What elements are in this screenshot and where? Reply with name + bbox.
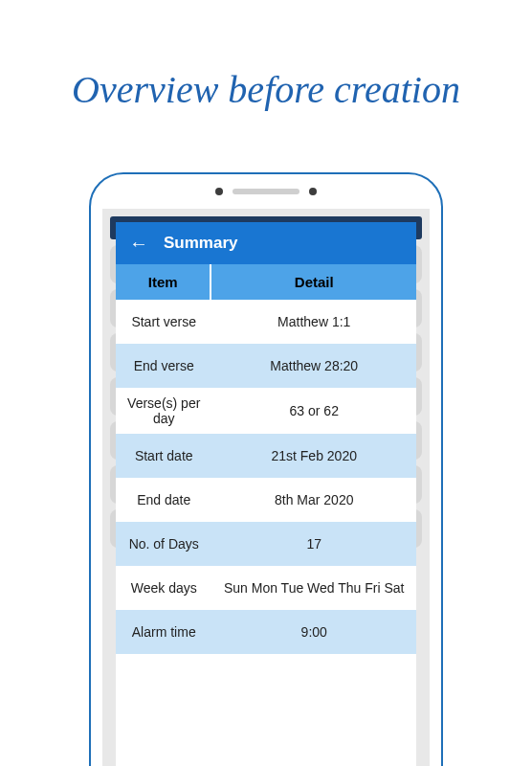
table-row: Alarm time 9:00 — [116, 610, 416, 654]
app-bar: ← Summary — [116, 222, 416, 264]
row-item-label: End verse — [116, 344, 211, 388]
table-row: Week days Sun Mon Tue Wed Thu Fri Sat — [116, 566, 416, 610]
row-item-label: Week days — [116, 566, 211, 610]
sensor-dot-icon — [309, 188, 317, 195]
row-item-label: Alarm time — [116, 610, 211, 654]
row-item-label: Start verse — [116, 300, 211, 344]
table-row: No. of Days 17 — [116, 522, 416, 566]
table-row: End date 8th Mar 2020 — [116, 478, 416, 522]
speaker-icon — [233, 189, 299, 194]
table-row: End verse Matthew 28:20 — [116, 344, 416, 388]
row-detail-value: Matthew 1:1 — [211, 300, 416, 344]
header-detail: Detail — [211, 264, 416, 300]
table-row: Verse(s) per day 63 or 62 — [116, 388, 416, 434]
row-detail-value: 8th Mar 2020 — [211, 478, 416, 522]
row-detail-value: Matthew 28:20 — [211, 344, 416, 388]
header-item: Item — [116, 264, 211, 300]
phone-frame: ← Summary Item Detail Start verse Matthe… — [89, 172, 443, 766]
row-detail-value: 9:00 — [211, 610, 416, 654]
row-detail-value: 63 or 62 — [211, 388, 416, 434]
table-header: Item Detail — [116, 264, 416, 300]
back-arrow-icon[interactable]: ← — [129, 234, 148, 253]
phone-screen: ← Summary Item Detail Start verse Matthe… — [102, 209, 430, 766]
table-row: Start date 21st Feb 2020 — [116, 434, 416, 478]
summary-modal: ← Summary Item Detail Start verse Matthe… — [116, 222, 416, 766]
summary-table: Item Detail Start verse Matthew 1:1 End … — [116, 264, 416, 766]
camera-dot-icon — [215, 188, 223, 195]
page-title: Overview before creation — [0, 67, 532, 112]
row-item-label: Verse(s) per day — [116, 388, 211, 434]
row-item-label: No. of Days — [116, 522, 211, 566]
row-detail-value: Sun Mon Tue Wed Thu Fri Sat — [211, 566, 416, 610]
app-bar-title: Summary — [164, 234, 237, 253]
row-detail-value: 21st Feb 2020 — [211, 434, 416, 478]
phone-speaker-area — [91, 174, 441, 209]
row-detail-value: 17 — [211, 522, 416, 566]
row-item-label: End date — [116, 478, 211, 522]
table-row: Start verse Matthew 1:1 — [116, 300, 416, 344]
row-item-label: Start date — [116, 434, 211, 478]
